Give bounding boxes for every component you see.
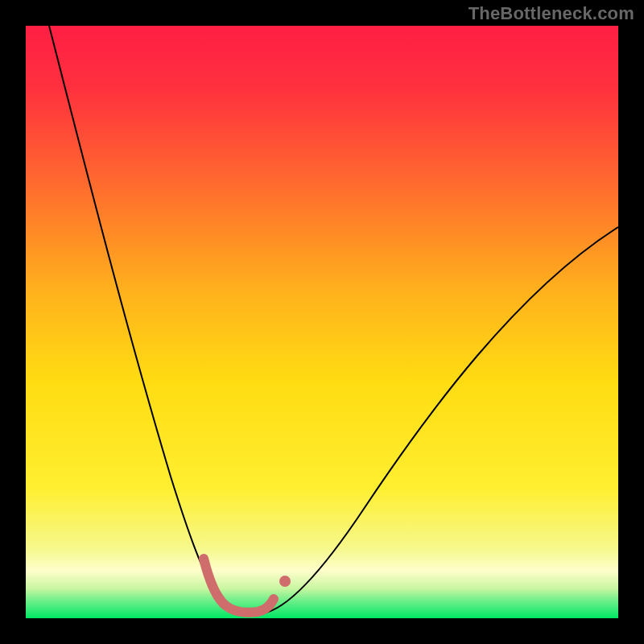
chart-svg — [26, 26, 618, 618]
plot-area — [26, 26, 618, 618]
recommended-region-dot — [279, 576, 291, 587]
gradient-background — [26, 26, 618, 618]
watermark-text: TheBottleneck.com — [469, 3, 634, 24]
chart-frame: TheBottleneck.com — [0, 0, 644, 644]
